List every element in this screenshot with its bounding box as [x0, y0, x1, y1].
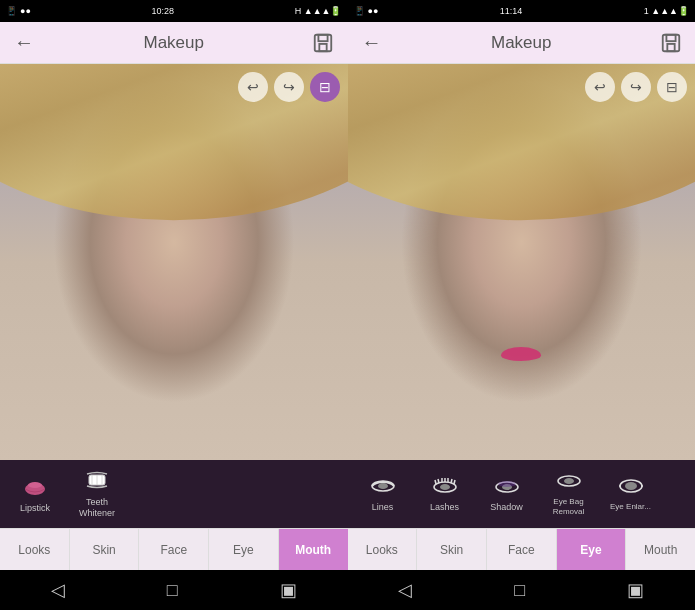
app-icons-right: 📱 [354, 6, 365, 16]
svg-rect-10 [666, 34, 675, 40]
hair-overlay-left [0, 64, 348, 331]
nav-home-left[interactable]: □ [167, 580, 178, 601]
photo-left [0, 64, 348, 460]
tool-shadow[interactable]: Shadow [476, 463, 538, 525]
tab-skin-right[interactable]: Skin [417, 529, 487, 570]
network-icon: ●● [20, 6, 31, 16]
tool-strip-left: Lipstick Teeth Whitener [0, 460, 348, 528]
svg-line-16 [435, 480, 436, 484]
svg-rect-1 [319, 34, 328, 40]
undo-btn-right[interactable]: ↩ [585, 72, 615, 102]
status-icons-left: 📱 ●● [6, 6, 31, 16]
camera-area-left: ↩ ↪ ⊟ [0, 64, 348, 460]
overlay-controls-right: ↩ ↪ ⊟ [585, 72, 687, 102]
tab-looks-left[interactable]: Looks [0, 529, 70, 570]
tab-eye-left[interactable]: Eye [209, 529, 279, 570]
shadow-label: Shadow [490, 502, 523, 513]
tool-strip-right: Lines Lashes [348, 460, 696, 528]
category-tabs-right: Looks Skin Face Eye Mouth [348, 528, 696, 570]
lines-icon [370, 476, 396, 500]
photo-right [348, 64, 696, 460]
time-right: 11:14 [500, 6, 523, 16]
overlay-controls-left: ↩ ↪ ⊟ [238, 72, 340, 102]
lipstick-icon [21, 475, 49, 501]
tool-lines[interactable]: Lines [352, 463, 414, 525]
time-left: 10:28 [152, 6, 175, 16]
nav-bar-right: ◁ □ ▣ [348, 570, 696, 610]
app-title-left: Makeup [144, 33, 204, 53]
crop-btn-right[interactable]: ⊟ [657, 72, 687, 102]
back-button-right[interactable]: ← [358, 29, 386, 57]
signal-bars-left: H ▲▲▲🔋 [295, 6, 342, 16]
signal-icons-left: H ▲▲▲🔋 [295, 6, 342, 16]
tool-eyeenlarger[interactable]: Eye Enlar... [600, 463, 662, 525]
svg-point-25 [498, 481, 516, 487]
svg-line-17 [438, 479, 439, 483]
tool-lipstick[interactable]: Lipstick [4, 463, 66, 525]
tab-face-right[interactable]: Face [487, 529, 557, 570]
tab-eye-right[interactable]: Eye [557, 529, 627, 570]
eyeenlarger-label: Eye Enlar... [610, 502, 651, 512]
redo-btn-left[interactable]: ↪ [274, 72, 304, 102]
signal-bars-right: 1 ▲▲▲🔋 [644, 6, 689, 16]
shadow-icon [494, 476, 520, 500]
status-bar-right: 📱 ●● 11:14 1 ▲▲▲🔋 [348, 0, 696, 22]
status-bar-left: 📱 ●● 10:28 H ▲▲▲🔋 [0, 0, 348, 22]
lines-label: Lines [372, 502, 394, 513]
app-title-right: Makeup [491, 33, 551, 53]
category-tabs-left: Looks Skin Face Eye Mouth [0, 528, 348, 570]
hair-overlay-right [348, 64, 696, 331]
tab-mouth-left[interactable]: Mouth [279, 529, 348, 570]
status-icons-right: 📱 ●● [354, 6, 379, 16]
nav-bar-left: ◁ □ ▣ [0, 570, 348, 610]
svg-point-27 [564, 478, 574, 484]
svg-line-22 [454, 480, 455, 484]
tab-skin-left[interactable]: Skin [70, 529, 140, 570]
tab-mouth-right[interactable]: Mouth [626, 529, 695, 570]
lashes-label: Lashes [430, 502, 459, 513]
eyeenlarger-icon [618, 476, 644, 500]
left-panel: 📱 ●● 10:28 H ▲▲▲🔋 ← Makeup ↩ ↪ ⊟ [0, 0, 348, 610]
header-right: ← Makeup [348, 22, 696, 64]
nav-back-left[interactable]: ◁ [51, 579, 65, 601]
eyebag-icon [556, 471, 582, 495]
lipstick-label: Lipstick [20, 503, 50, 514]
app-icons: 📱 [6, 6, 17, 16]
svg-rect-2 [320, 43, 327, 50]
tool-eyebag[interactable]: Eye Bag Removal [538, 463, 600, 525]
tab-face-left[interactable]: Face [139, 529, 209, 570]
eyebag-label: Eye Bag Removal [553, 497, 585, 516]
teeth-label: Teeth Whitener [79, 497, 115, 519]
right-panel: 📱 ●● 11:14 1 ▲▲▲🔋 ← Makeup ↩ ↪ ⊟ [348, 0, 696, 610]
teeth-icon [83, 469, 111, 495]
nav-home-right[interactable]: □ [514, 580, 525, 601]
camera-area-right: ↩ ↪ ⊟ [348, 64, 696, 460]
nav-recents-right[interactable]: ▣ [627, 579, 644, 601]
back-button-left[interactable]: ← [10, 29, 38, 57]
tab-looks-right[interactable]: Looks [348, 529, 418, 570]
tool-lashes[interactable]: Lashes [414, 463, 476, 525]
nav-recents-left[interactable]: ▣ [280, 579, 297, 601]
network-icon-right: ●● [368, 6, 379, 16]
tool-teeth[interactable]: Teeth Whitener [66, 463, 128, 525]
crop-btn-left[interactable]: ⊟ [310, 72, 340, 102]
nav-back-right[interactable]: ◁ [398, 579, 412, 601]
save-button-left[interactable] [309, 29, 337, 57]
signal-icons-right: 1 ▲▲▲🔋 [644, 6, 689, 16]
svg-point-15 [440, 484, 450, 490]
lashes-icon [432, 476, 458, 500]
svg-line-21 [451, 479, 452, 483]
header-left: ← Makeup [0, 22, 348, 64]
svg-point-4 [28, 482, 42, 488]
svg-rect-11 [667, 43, 674, 50]
undo-btn-left[interactable]: ↩ [238, 72, 268, 102]
svg-point-13 [378, 483, 388, 489]
svg-point-29 [625, 482, 637, 490]
redo-btn-right[interactable]: ↪ [621, 72, 651, 102]
save-button-right[interactable] [657, 29, 685, 57]
